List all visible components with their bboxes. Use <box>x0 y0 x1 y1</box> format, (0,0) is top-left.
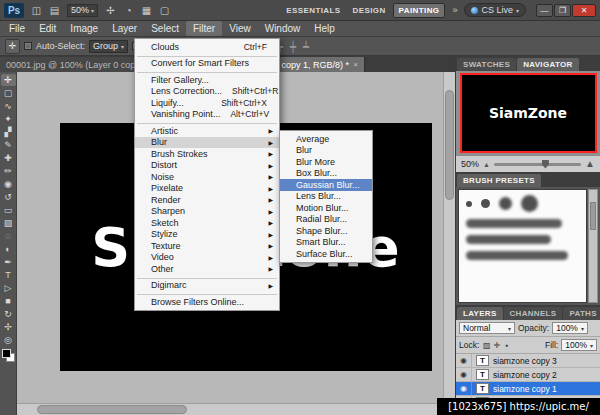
filter-menu-item[interactable]: Convert for Smart Filters <box>135 58 279 70</box>
gradient-tool[interactable]: ▧ <box>1 217 16 229</box>
close-button[interactable]: ✕ <box>572 4 596 17</box>
filter-menu-item[interactable]: Lens Correction... Shift+Ctrl+R <box>135 86 279 98</box>
distribute-bottom-icon[interactable]: ┷ <box>300 41 312 52</box>
navigator-zoom-value[interactable]: 50% <box>461 159 479 169</box>
layer-visibility-eye-icon[interactable]: ◉ <box>456 382 472 395</box>
brush-thumbnail[interactable] <box>466 201 472 207</box>
blur-tool[interactable]: ◌ <box>1 230 16 242</box>
filter-menu-item[interactable]: Distort ▶ <box>135 160 279 172</box>
menu-bar-item[interactable]: Edit <box>32 21 63 36</box>
current-tool-icon[interactable]: ✛ <box>5 39 20 54</box>
brush-thumbnail[interactable] <box>466 219 562 228</box>
rotate-view-icon[interactable]: ◔ <box>121 5 136 16</box>
screen-mode-icon[interactable]: ▢ <box>157 5 172 16</box>
maximize-button[interactable]: ❐ <box>554 4 571 17</box>
filter-menu-item[interactable]: Sketch ▶ <box>135 217 279 229</box>
blur-submenu-item[interactable]: Shape Blur... <box>280 225 372 237</box>
vertical-scrollbar[interactable] <box>443 72 455 403</box>
distribute-v-center-icon[interactable]: ┿ <box>287 41 299 52</box>
filter-menu-item[interactable]: Noise ▶ <box>135 171 279 183</box>
menu-bar-item[interactable]: View <box>222 21 258 36</box>
horizontal-scrollbar[interactable] <box>17 403 443 415</box>
view-extras-icon[interactable]: ▤ <box>47 5 62 16</box>
navigator-view-box[interactable]: SiamZone <box>460 73 597 153</box>
panel-tab[interactable]: PATHS <box>563 307 600 320</box>
auto-select-checkbox[interactable] <box>24 42 32 50</box>
blur-submenu-item[interactable]: Surface Blur... <box>280 248 372 260</box>
brush-thumbnail[interactable] <box>466 235 551 244</box>
horizontal-scrollbar-thumb[interactable] <box>37 405 187 414</box>
healing-brush-tool[interactable]: ✚ <box>1 152 16 164</box>
foreground-color-swatch[interactable] <box>2 349 11 358</box>
menu-bar-item[interactable]: File <box>2 21 32 36</box>
filter-menu-item[interactable]: Blur ▶ <box>135 137 279 149</box>
blend-mode-dropdown[interactable]: Normal ▾ <box>459 322 515 334</box>
panel-tab[interactable]: NAVIGATOR <box>517 58 578 71</box>
brush-thumbnail[interactable] <box>481 199 490 208</box>
filter-menu-item[interactable]: Texture ▶ <box>135 240 279 252</box>
panel-tab[interactable]: SWATCHES <box>457 58 516 71</box>
lock-position-icon[interactable]: ✛ <box>492 341 501 350</box>
menu-bar-item[interactable]: Layer <box>105 21 144 36</box>
zoom-tool[interactable]: ◎ <box>1 334 16 346</box>
slider-thumb[interactable] <box>542 160 549 169</box>
filter-menu-item[interactable]: Other ▶ <box>135 263 279 275</box>
panel-tab-brush-presets[interactable]: BRUSH PRESETS <box>457 174 541 187</box>
hand-tool-icon[interactable]: ✢ <box>103 5 118 16</box>
lock-transparency-icon[interactable]: ▨ <box>482 341 491 350</box>
rotate-3d-tool[interactable]: ↻ <box>1 308 16 320</box>
menu-bar-item[interactable]: Filter <box>186 21 222 36</box>
crop-tool[interactable]: ▞ <box>1 126 16 138</box>
menu-bar-item[interactable]: Help <box>307 21 342 36</box>
workspace-button[interactable]: ESSENTIALS <box>281 4 345 17</box>
filter-menu-item[interactable]: Sharpen ▶ <box>135 206 279 218</box>
brush-thumbnail[interactable] <box>499 197 512 210</box>
blur-submenu-item[interactable]: Blur More <box>280 156 372 168</box>
arrange-documents-icon[interactable]: ▦ <box>139 5 154 16</box>
type-layer-thumbnail[interactable]: T <box>476 369 489 380</box>
shape-tool[interactable]: ■ <box>1 295 16 307</box>
auto-select-dropdown[interactable]: Group ▾ <box>89 40 128 53</box>
zoom-level-input[interactable]: 50% ▾ <box>67 4 98 17</box>
brush-tool[interactable]: ✏ <box>1 165 16 177</box>
type-tool[interactable]: T <box>1 269 16 281</box>
layer-row[interactable]: ◉ T siamzone copy 3 <box>456 354 600 368</box>
opacity-value[interactable]: 100% ▾ <box>552 322 588 334</box>
lasso-tool[interactable]: ∿ <box>1 100 16 112</box>
path-selection-tool[interactable]: ▷ <box>1 282 16 294</box>
blur-submenu-item[interactable]: Smart Blur... <box>280 237 372 249</box>
history-brush-tool[interactable]: ↺ <box>1 191 16 203</box>
dodge-tool[interactable]: ◐ <box>1 243 16 255</box>
layer-row[interactable]: ◉ T siamzone copy 1 <box>456 382 600 396</box>
blur-submenu-item[interactable]: Blur <box>280 145 372 157</box>
type-layer-thumbnail[interactable]: T <box>476 383 489 394</box>
zoom-in-icon[interactable]: ▲ <box>585 159 595 169</box>
navigator-preview[interactable]: SiamZone <box>456 71 600 155</box>
quick-selection-tool[interactable]: ✦ <box>1 113 16 125</box>
marquee-tool[interactable]: ▢ <box>1 87 16 99</box>
zoom-out-icon[interactable]: ▲ <box>483 161 490 168</box>
lock-all-icon[interactable]: ▪ <box>502 341 511 350</box>
minimize-button[interactable]: — <box>536 4 553 17</box>
brush-thumbnail[interactable] <box>466 251 568 260</box>
filter-menu-item[interactable]: Digimarc ▶ <box>135 280 279 292</box>
eraser-tool[interactable]: ▭ <box>1 204 16 216</box>
layer-visibility-eye-icon[interactable]: ◉ <box>456 354 472 367</box>
menu-bar-item[interactable]: Image <box>63 21 105 36</box>
filter-menu-item[interactable]: Render ▶ <box>135 194 279 206</box>
filter-menu-item[interactable]: Filter Gallery... <box>135 74 279 86</box>
close-icon[interactable]: × <box>353 60 358 69</box>
launch-bridge-icon[interactable]: ◫ <box>29 5 44 16</box>
filter-menu-item[interactable]: Video ▶ <box>135 252 279 264</box>
cs-live-button[interactable]: CS Live ▾ <box>464 3 526 17</box>
pen-tool[interactable]: ✒ <box>1 256 16 268</box>
blur-submenu-item[interactable]: Radial Blur... <box>280 214 372 226</box>
type-layer-thumbnail[interactable]: T <box>476 355 489 366</box>
menu-bar-item[interactable]: Window <box>258 21 308 36</box>
filter-menu-item[interactable]: Brush Strokes ▶ <box>135 148 279 160</box>
hand-tool[interactable]: ✢ <box>1 321 16 333</box>
filter-menu-item[interactable]: Liquify... Shift+Ctrl+X <box>135 97 279 109</box>
workspace-overflow-button[interactable]: » <box>450 5 459 15</box>
blur-submenu-item[interactable]: Motion Blur... <box>280 202 372 214</box>
photoshop-logo[interactable]: Ps <box>4 3 24 18</box>
